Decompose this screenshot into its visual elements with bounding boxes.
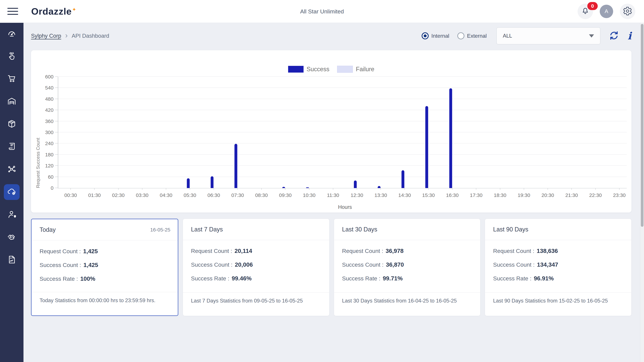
radio-internal[interactable]: Internal (422, 32, 449, 39)
stat-value: 134,347 (537, 261, 558, 268)
bar-success-16:30 (449, 88, 452, 188)
gridline (58, 143, 627, 143)
legend-label: Failure (356, 66, 374, 73)
y-tick (55, 110, 58, 110)
sidebar-item-invoice[interactable] (4, 139, 20, 155)
avatar[interactable]: A (600, 5, 613, 18)
caret-down-icon (589, 34, 594, 37)
breadcrumb-parent-link[interactable]: Sylphy Corp (31, 33, 61, 39)
x-tick (118, 188, 118, 190)
stat-label: Success Rate : (342, 275, 380, 282)
card-date: 16-05-25 (150, 227, 170, 233)
x-tick (357, 188, 357, 190)
bar-success-10:30 (306, 187, 309, 188)
x-tick (619, 188, 620, 190)
card-title: Last 30 Days (342, 226, 377, 233)
sidebar-item-report[interactable] (4, 252, 20, 268)
gridline (58, 99, 627, 99)
sidebar-item-handshake[interactable] (4, 229, 20, 245)
card-body: Request Count :20,114Success Count :20,0… (183, 240, 329, 282)
stat-card-today[interactable]: Today16-05-25Request Count :1,425Success… (31, 219, 178, 316)
gridline (58, 87, 627, 88)
stat-label: Request Count : (493, 248, 534, 254)
y-tick-label: 60 (48, 174, 54, 180)
scrollbar-track[interactable] (640, 23, 644, 362)
stat-card-last-30-days[interactable]: Last 30 DaysRequest Count :36,978Success… (334, 219, 480, 316)
x-tick (500, 188, 500, 190)
settings-button[interactable] (620, 4, 635, 19)
x-tick-label: 10:30 (303, 192, 316, 198)
stat-value: 36,978 (386, 248, 404, 254)
report-icon (7, 255, 16, 265)
refresh-icon (608, 30, 620, 42)
sidebar-item-cloud-api[interactable] (4, 184, 20, 200)
card-footer: Last 7 Days Statistics from 09-05-25 to … (183, 292, 329, 316)
stat-label: Request Count : (191, 248, 232, 254)
cloud-api-icon (7, 187, 16, 197)
x-tick (548, 188, 548, 190)
x-tick-label: 17:30 (470, 192, 482, 198)
scrollbar-thumb[interactable] (641, 24, 644, 227)
info-button[interactable]: i (628, 31, 632, 41)
y-tick (55, 132, 58, 132)
legend-item-failure: Failure (337, 66, 374, 73)
bar-success-09:30 (282, 187, 285, 188)
y-tick (55, 154, 58, 155)
bar-success-13:30 (378, 186, 380, 188)
x-tick-label: 05:30 (184, 192, 196, 198)
card-body: Request Count :36,978Success Count :36,8… (334, 240, 480, 282)
y-tick (55, 99, 58, 99)
stat-row: Success Rate :100% (40, 275, 170, 282)
stat-card-last-90-days[interactable]: Last 90 DaysRequest Count :138,636Succes… (485, 219, 632, 316)
sidebar-item-warehouse[interactable] (4, 94, 20, 109)
y-axis-title: Request Success Count (36, 77, 41, 188)
y-tick-label: 480 (45, 96, 54, 102)
stat-value: 1,425 (83, 248, 98, 255)
gridline (58, 177, 627, 177)
sidebar-item-tap[interactable] (4, 48, 20, 64)
legend-swatch-success (288, 66, 304, 72)
y-tick (55, 87, 58, 88)
bar-success-14:30 (402, 170, 404, 188)
gridline (58, 132, 627, 132)
chart-card: SuccessFailure Request Success Count Hou… (31, 50, 632, 213)
app-header: Ordazzle✦ All Star Unlimited 0 A (0, 0, 644, 23)
tap-icon (7, 51, 16, 61)
y-tick-label: 180 (45, 152, 54, 158)
invoice-icon (7, 142, 16, 152)
stat-card-last-7-days[interactable]: Last 7 DaysRequest Count :20,114Success … (183, 219, 330, 316)
stat-label: Success Count : (191, 261, 232, 268)
sidebar-item-user[interactable] (4, 207, 20, 223)
radio-internal-circle (422, 32, 429, 39)
refresh-button[interactable] (608, 30, 620, 42)
stat-row: Success Count :1,425 (40, 262, 170, 268)
x-tick-label: 11:30 (327, 192, 339, 198)
sidebar-item-cart[interactable] (4, 71, 20, 87)
sidebar-item-package[interactable] (4, 116, 20, 132)
sidebar-item-dashboard[interactable] (4, 26, 20, 41)
sidebar (0, 23, 24, 362)
stat-value: 100% (80, 275, 96, 282)
notifications-button[interactable]: 0 (578, 4, 593, 19)
legend-swatch-failure (337, 66, 353, 73)
sidebar-item-network[interactable] (4, 162, 20, 177)
card-header: Today16-05-25 (32, 219, 178, 241)
y-tick (55, 121, 58, 121)
radio-external[interactable]: External (457, 32, 487, 39)
card-header: Last 7 Days (183, 219, 329, 240)
gridline (58, 76, 627, 77)
gridline (58, 121, 627, 121)
x-tick-label: 19:30 (518, 192, 530, 198)
x-tick (238, 188, 238, 190)
x-tick (524, 188, 524, 190)
y-tick-label: 120 (45, 163, 54, 169)
stat-value: 20,114 (234, 248, 252, 254)
y-tick (55, 177, 58, 177)
api-filter-dropdown[interactable]: ALL (496, 27, 600, 44)
cart-icon (7, 74, 16, 84)
hamburger-icon[interactable] (8, 8, 18, 15)
x-tick (214, 188, 214, 190)
stat-value: 138,636 (537, 248, 558, 254)
y-tick (55, 165, 58, 166)
x-tick-label: 02:30 (112, 192, 124, 198)
